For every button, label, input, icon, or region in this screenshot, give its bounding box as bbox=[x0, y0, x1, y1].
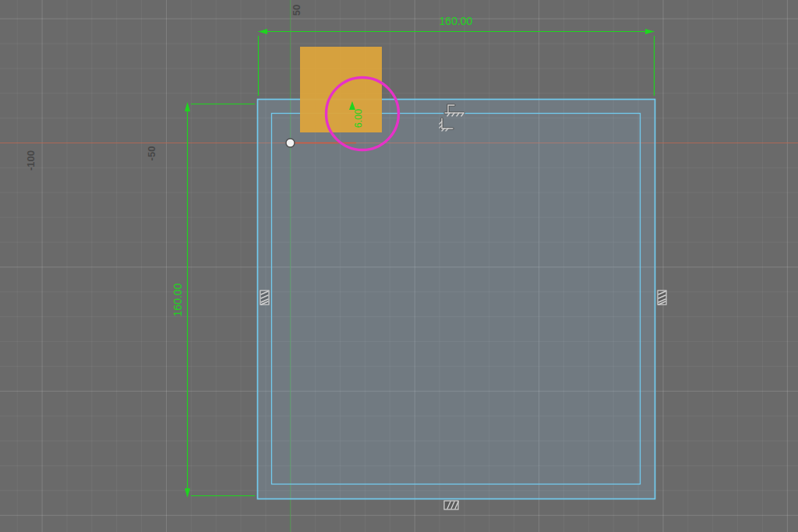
dimension-arrow-top-icon bbox=[185, 102, 190, 111]
dimension-width-value[interactable]: 160.00 bbox=[440, 15, 473, 27]
origin-point[interactable] bbox=[286, 139, 295, 147]
dimension-height-value[interactable]: 160.00 bbox=[171, 283, 184, 316]
sketch-overlay: 160.00 160.00 6.00 bbox=[0, 0, 798, 532]
fix-constraint-icon-right[interactable] bbox=[658, 291, 666, 305]
dimension-arrow-right-icon bbox=[645, 29, 655, 34]
grid-label-x-minus-100: -100 bbox=[25, 150, 37, 171]
dimension-circle-value[interactable]: 6.00 bbox=[353, 109, 364, 128]
dimension-arrow-bottom-icon bbox=[185, 488, 190, 498]
sketch-canvas[interactable]: 160.00 160.00 6.00 bbox=[0, 0, 798, 532]
dimension-arrow-left-icon bbox=[259, 29, 268, 34]
fix-constraint-icon-left[interactable] bbox=[260, 291, 269, 305]
sketch-profile-region[interactable] bbox=[258, 100, 655, 499]
selection-highlight-region[interactable] bbox=[300, 47, 382, 132]
fix-constraint-icon-bottom[interactable] bbox=[444, 501, 458, 509]
dimension-height[interactable]: 160.00 bbox=[171, 102, 255, 498]
grid-label-y-50: 50 bbox=[291, 5, 302, 16]
grid-label-x-minus-50: -50 bbox=[146, 146, 157, 161]
